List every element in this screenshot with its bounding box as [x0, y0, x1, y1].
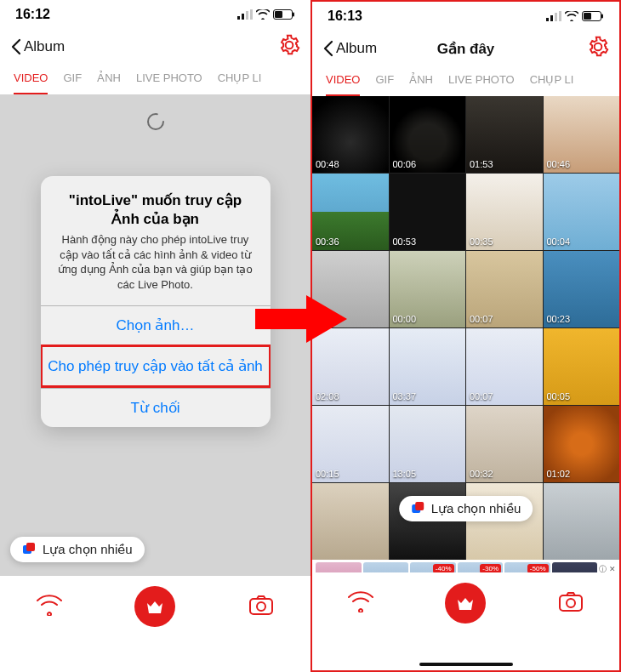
camera-action[interactable]: [248, 594, 274, 619]
duration-label: 00:46: [547, 159, 571, 169]
video-thumbnail[interactable]: 00:53: [390, 174, 466, 250]
duration-label: 02:08: [316, 391, 339, 401]
video-thumbnail[interactable]: 00:07: [466, 251, 543, 327]
tab-gif[interactable]: GIF: [375, 73, 394, 96]
svg-rect-3: [250, 9, 253, 20]
svg-rect-0: [237, 16, 240, 20]
premium-button[interactable]: [134, 586, 175, 627]
chevron-left-icon: [322, 40, 334, 57]
duration-label: 00:07: [470, 314, 493, 324]
duration-label: 03:37: [393, 391, 417, 401]
ad-info-icon[interactable]: ⓘ ✕: [599, 564, 616, 572]
ad-thumb[interactable]: -50%: [504, 562, 550, 572]
duration-label: 01:02: [547, 469, 571, 479]
video-thumbnail[interactable]: 00:06: [390, 96, 466, 173]
video-thumbnail[interactable]: [312, 483, 389, 560]
duration-label: 00:23: [547, 314, 571, 324]
svg-rect-10: [250, 599, 272, 614]
status-bar: 16:13: [312, 2, 619, 27]
video-thumbnail[interactable]: [544, 483, 620, 560]
status-time: 16:12: [15, 7, 50, 22]
ad-row[interactable]: -40% -30% -50% ⓘ ✕: [312, 560, 619, 572]
page-title: Gần đây: [437, 40, 495, 58]
settings-button[interactable]: [278, 34, 300, 60]
video-thumbnail[interactable]: 00:48: [312, 96, 389, 173]
premium-button[interactable]: [445, 583, 486, 624]
wifi-icon: [256, 9, 270, 20]
svg-point-11: [257, 602, 265, 611]
video-thumbnail[interactable]: 00:00: [390, 251, 466, 327]
chip-label: Lựa chọn nhiều: [431, 501, 521, 516]
back-button[interactable]: Album: [322, 40, 377, 57]
video-thumbnail[interactable]: 00:04: [544, 174, 620, 250]
svg-point-22: [567, 599, 575, 607]
bottom-toolbar: [0, 576, 310, 637]
tab-live-photo[interactable]: LIVE PHOTO: [136, 71, 202, 94]
svg-rect-6: [275, 11, 282, 18]
svg-rect-18: [584, 13, 591, 20]
duration-label: 01:53: [470, 159, 493, 169]
svg-rect-2: [246, 11, 248, 20]
video-thumbnail[interactable]: 00:32: [466, 406, 543, 482]
video-thumbnail[interactable]: 01:02: [544, 406, 620, 482]
video-thumbnail[interactable]: 00:07: [466, 328, 543, 405]
modal-allow-all[interactable]: Cho phép truy cập vào tất cả ảnh: [41, 345, 271, 388]
video-thumbnail[interactable]: 00:23: [544, 251, 620, 327]
back-label: Album: [24, 38, 65, 55]
crown-icon: [145, 596, 165, 617]
camera-action[interactable]: [558, 590, 584, 616]
settings-button[interactable]: [587, 36, 609, 61]
video-thumbnail[interactable]: 13:05: [390, 406, 466, 482]
tab-chụp-li[interactable]: CHỤP LI: [218, 71, 262, 94]
phone-screen-right: 16:13 Album Gần đây VIDEOGIFẢNHLIVE PHOT…: [310, 0, 621, 672]
ad-thumb[interactable]: -40%: [410, 562, 456, 572]
ad-thumb[interactable]: [316, 562, 362, 572]
media-grid-wrapper: 00:4800:0601:5300:4600:3600:5300:3500:04…: [312, 96, 619, 572]
loading-spinner: [145, 111, 166, 135]
svg-rect-15: [559, 11, 561, 21]
nav-bar: Album: [0, 26, 310, 65]
modal-description: Hành động này cho phép intoLive truy cập…: [56, 232, 255, 292]
video-thumbnail[interactable]: 00:36: [312, 174, 389, 250]
duration-label: 00:15: [316, 469, 339, 479]
tab-gif[interactable]: GIF: [63, 71, 82, 94]
signal-icon: [546, 11, 561, 21]
back-button[interactable]: Album: [10, 38, 65, 55]
video-thumbnail[interactable]: 00:35: [466, 174, 543, 250]
wifi-action[interactable]: [348, 590, 373, 616]
multi-select-chip[interactable]: Lựa chọn nhiều: [399, 496, 533, 521]
tab-video[interactable]: VIDEO: [14, 71, 48, 94]
home-indicator[interactable]: [419, 663, 513, 666]
status-indicators: [546, 11, 604, 21]
svg-rect-21: [560, 595, 582, 611]
duration-label: 00:36: [316, 236, 339, 247]
video-thumbnail[interactable]: [466, 483, 543, 560]
duration-label: 13:05: [393, 469, 417, 479]
svg-rect-20: [415, 502, 424, 510]
ad-thumb[interactable]: [363, 562, 409, 572]
back-label: Album: [336, 40, 377, 57]
tab-ảnh[interactable]: ẢNH: [409, 73, 433, 96]
ad-thumb[interactable]: -30%: [458, 562, 504, 572]
video-thumbnail[interactable]: 00:05: [544, 328, 620, 405]
tab-strip: VIDEOGIFẢNHLIVE PHOTOCHỤP LI: [312, 66, 619, 96]
tab-video[interactable]: VIDEO: [326, 73, 360, 96]
multi-select-chip[interactable]: Lựa chọn nhiều: [10, 537, 145, 562]
wifi-action[interactable]: [37, 594, 62, 619]
modal-choose-photos[interactable]: Chọn ảnh…: [41, 305, 271, 345]
video-thumbnail[interactable]: 03:37: [390, 328, 466, 405]
video-thumbnail[interactable]: 01:53: [466, 96, 543, 173]
modal-deny[interactable]: Từ chối: [41, 388, 271, 427]
svg-rect-1: [242, 14, 244, 20]
tab-ảnh[interactable]: ẢNH: [97, 71, 121, 94]
video-thumbnail[interactable]: 00:46: [544, 96, 620, 173]
discount-badge: -40%: [433, 564, 454, 572]
tutorial-arrow-icon: [255, 293, 349, 345]
video-thumbnail[interactable]: 00:15: [312, 406, 389, 482]
duration-label: 00:35: [470, 236, 493, 247]
ad-thumb[interactable]: [552, 562, 598, 572]
tab-chụp-li[interactable]: CHỤP LI: [530, 73, 574, 96]
battery-icon: [273, 9, 295, 20]
video-thumbnail[interactable]: [390, 483, 466, 560]
tab-live-photo[interactable]: LIVE PHOTO: [448, 73, 515, 96]
